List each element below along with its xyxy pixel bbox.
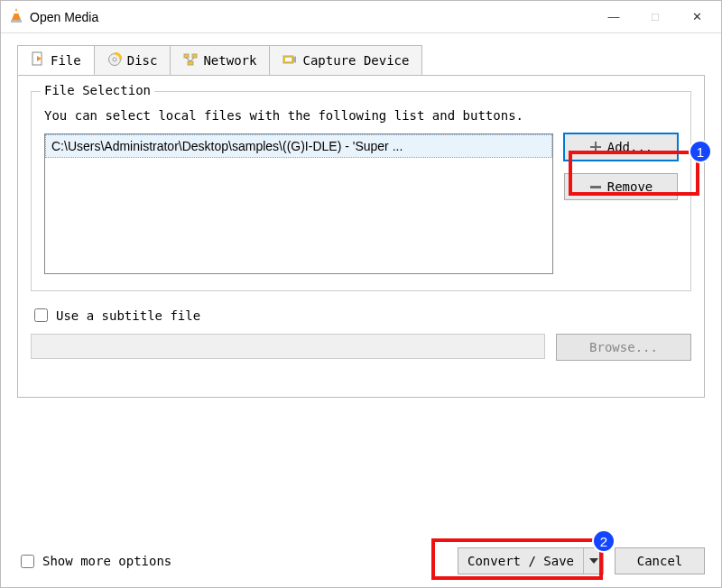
- show-more-label: Show more options: [42, 554, 171, 568]
- svg-rect-9: [188, 61, 193, 65]
- network-icon: [183, 52, 198, 69]
- window-title: Open Media: [24, 10, 593, 24]
- minimize-button[interactable]: —: [593, 3, 634, 32]
- svg-line-10: [186, 58, 190, 61]
- file-list[interactable]: C:\Users\Administrator\Desktop\samples\(…: [44, 133, 553, 274]
- remove-button[interactable]: Remove: [564, 173, 678, 200]
- svg-rect-13: [285, 58, 292, 61]
- convert-save-label: Convert / Save: [458, 548, 583, 574]
- show-more-row[interactable]: Show more options: [17, 552, 171, 571]
- dialog-footer: Show more options Convert / Save Cancel: [17, 547, 705, 574]
- disc-icon: [107, 52, 122, 69]
- file-selection-hint: You can select local files with the foll…: [44, 108, 678, 123]
- svg-marker-0: [12, 8, 21, 20]
- minus-icon: [589, 180, 602, 193]
- browse-button[interactable]: Browse...: [556, 334, 691, 361]
- tab-file-label: File: [51, 53, 81, 68]
- show-more-checkbox[interactable]: [21, 555, 34, 568]
- subtitle-checkbox-row[interactable]: Use a subtitle file: [31, 306, 691, 325]
- convert-save-button[interactable]: Convert / Save: [458, 547, 604, 574]
- cancel-button[interactable]: Cancel: [615, 547, 705, 574]
- file-icon: [31, 51, 45, 69]
- svg-rect-8: [192, 54, 197, 58]
- tab-disc-label: Disc: [127, 53, 158, 68]
- svg-line-11: [190, 58, 194, 61]
- file-buttons: Add... Remove: [564, 133, 678, 200]
- tab-disc[interactable]: Disc: [94, 45, 171, 75]
- tab-panel-file: File Selection You can select local file…: [17, 75, 705, 398]
- close-button[interactable]: ✕: [676, 3, 717, 32]
- app-icon: [8, 7, 24, 26]
- svg-rect-2: [11, 20, 22, 23]
- cancel-button-label: Cancel: [637, 554, 683, 568]
- convert-save-dropdown[interactable]: [583, 548, 603, 574]
- tab-capture-label: Capture Device: [302, 53, 409, 68]
- add-button[interactable]: Add...: [564, 133, 678, 161]
- file-selection-group: File Selection You can select local file…: [31, 91, 691, 291]
- tab-network-label: Network: [203, 53, 256, 68]
- file-row: C:\Users\Administrator\Desktop\samples\(…: [44, 133, 678, 274]
- capture-icon: [282, 52, 297, 69]
- chevron-down-icon: [589, 558, 598, 564]
- dialog-content: File Disc Network Capture Device File Se…: [1, 33, 721, 407]
- tab-capture[interactable]: Capture Device: [269, 45, 422, 75]
- remove-button-label: Remove: [607, 179, 653, 194]
- subtitle-path-input: [31, 334, 545, 359]
- svg-point-6: [113, 58, 116, 61]
- subtitle-checkbox[interactable]: [34, 308, 48, 322]
- file-selection-legend: File Selection: [41, 83, 154, 97]
- maximize-button[interactable]: □: [634, 3, 676, 32]
- tab-file[interactable]: File: [17, 45, 95, 75]
- plus-icon: [589, 141, 602, 153]
- browse-button-label: Browse...: [589, 340, 658, 354]
- svg-rect-1: [14, 11, 18, 14]
- subtitle-path-row: Browse...: [31, 334, 691, 361]
- tab-strip: File Disc Network Capture Device: [17, 45, 705, 76]
- add-button-label: Add...: [607, 140, 653, 154]
- svg-rect-7: [184, 54, 189, 58]
- window-controls: — □ ✕: [593, 3, 717, 32]
- file-list-item[interactable]: C:\Users\Administrator\Desktop\samples\(…: [45, 134, 552, 158]
- titlebar: Open Media — □ ✕: [1, 1, 721, 33]
- subtitle-checkbox-label: Use a subtitle file: [56, 308, 200, 323]
- tab-network[interactable]: Network: [170, 45, 270, 75]
